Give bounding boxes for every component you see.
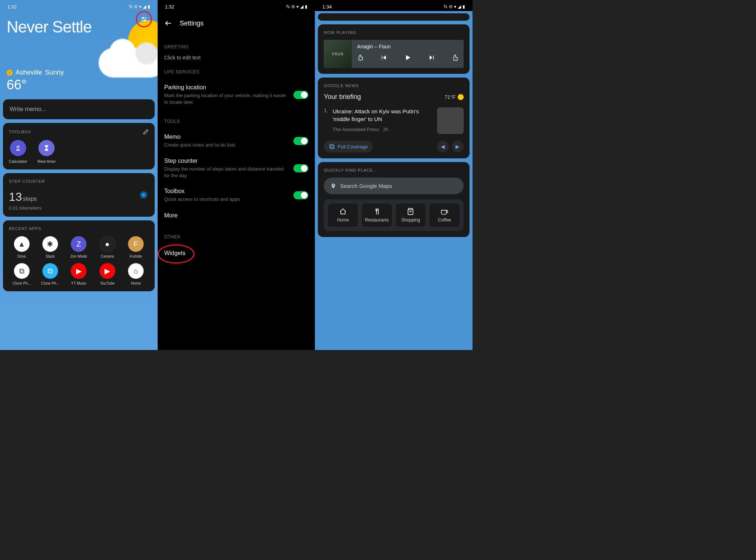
album-art[interactable]: FAUN: [324, 40, 352, 68]
status-bar: 1:32 ℕ ⊖ ▾ ◢ ▮: [158, 0, 315, 11]
app-item[interactable]: FFortnite: [123, 236, 148, 258]
toggle-memo[interactable]: [293, 137, 308, 145]
svg-rect-15: [331, 145, 334, 149]
prev-button[interactable]: [381, 54, 387, 61]
back-button[interactable]: [164, 19, 172, 27]
news-label: GOOGLE NEWS: [324, 83, 464, 88]
row-parking[interactable]: Parking location Mark the parking locati…: [158, 80, 315, 110]
app-icon: ⧉: [42, 263, 58, 279]
greeting-edit-row[interactable]: Click to edit text: [158, 55, 315, 61]
tool-calculator[interactable]: Calculator: [9, 140, 27, 164]
battery-icon: ▮: [305, 4, 307, 9]
status-icons: ℕ ⊖ ▾ ◢ ▮: [444, 4, 465, 9]
row-title: Toolbox: [164, 188, 289, 195]
tool-label: New timer: [38, 159, 56, 164]
thumbs-down-button[interactable]: [357, 54, 364, 61]
battery-icon: ▮: [148, 4, 150, 9]
row-title: Widgets: [164, 250, 186, 257]
status-time: 1:32: [7, 4, 17, 10]
row-title: Parking location: [164, 84, 289, 91]
thumbs-up-button[interactable]: [452, 54, 458, 61]
app-icon: ●: [99, 236, 116, 252]
step-counter-card[interactable]: STEP COUNTER 13steps 0.01 kilometers: [3, 173, 155, 217]
memo-input[interactable]: Write memo...: [3, 99, 155, 119]
app-item[interactable]: ZZen Mode: [66, 236, 92, 258]
hourglass-icon: [38, 140, 55, 156]
shopping-icon: [407, 208, 414, 215]
weather-condition: Sunny: [45, 69, 64, 76]
svg-rect-14: [330, 144, 333, 148]
place-shopping-button[interactable]: Shopping: [395, 203, 426, 227]
tool-timer[interactable]: New timer: [38, 140, 56, 164]
row-desc: Create quick notes and to-do lists: [164, 142, 289, 148]
status-time: 1:34: [322, 4, 331, 10]
toggle-toolbox[interactable]: [293, 191, 308, 199]
app-item[interactable]: ✱Slack: [37, 236, 63, 258]
status-bar: 1:34 ℕ ⊖ ▾ ◢ ▮: [315, 0, 472, 11]
place-restaurants-button[interactable]: Restaurants: [361, 203, 392, 227]
app-label: Camera: [101, 254, 114, 258]
dnd-icon: ⊖: [134, 4, 138, 9]
dnd-icon: ⊖: [449, 4, 453, 9]
app-item[interactable]: ●Camera: [94, 236, 120, 258]
place-label: Home: [337, 217, 349, 223]
section-other: OTHER: [158, 226, 315, 245]
next-button[interactable]: [428, 54, 435, 61]
svg-point-3: [144, 20, 145, 21]
svg-marker-9: [383, 55, 386, 60]
place-coffee-button[interactable]: Coffee: [429, 203, 460, 227]
app-label: YouTube: [100, 281, 114, 285]
row-widgets[interactable]: Widgets: [158, 245, 315, 263]
news-thumbnail: [437, 107, 464, 134]
shelf-screen: 1:32 ℕ ⊖ ▾ ◢ ▮ Never Settle ! Asheville …: [0, 0, 158, 350]
signal-icon: ◢: [458, 4, 461, 9]
svg-point-1: [142, 17, 143, 18]
edit-icon[interactable]: [143, 129, 149, 135]
row-toolbox[interactable]: Toolbox Quick access to shortcuts and ap…: [158, 183, 315, 207]
weather-temp: 66°: [7, 77, 151, 93]
nfc-icon: ℕ: [444, 4, 447, 9]
news-item[interactable]: 1. Ukraine: Attack on Kyiv was Putin's '…: [324, 107, 464, 134]
app-item[interactable]: ⌂Home: [123, 263, 148, 285]
app-item[interactable]: ⧉Clone Ph...: [9, 263, 34, 285]
news-prev-button[interactable]: ◀: [437, 141, 449, 152]
place-home-button[interactable]: Home: [327, 203, 358, 227]
toolbox-title: TOOLBOX: [9, 130, 31, 134]
toggle-parking[interactable]: [293, 91, 308, 99]
row-step-counter[interactable]: Step counter Display the number of steps…: [158, 153, 315, 183]
news-number: 1.: [324, 107, 328, 134]
app-label: Clone Ph...: [13, 281, 31, 285]
step-map-graphic: [140, 191, 147, 199]
maps-search-input[interactable]: Search Google Maps: [324, 178, 464, 194]
row-memo[interactable]: Memo Create quick notes and to-do lists: [158, 129, 315, 153]
cloud-graphic: [99, 48, 158, 78]
restaurant-icon: [373, 208, 381, 215]
app-item[interactable]: ▶YouTube: [94, 263, 120, 285]
map-pin-icon: [330, 183, 336, 189]
play-button[interactable]: [404, 54, 412, 61]
app-icon: ▶: [71, 263, 87, 279]
home-icon: [339, 208, 347, 215]
full-coverage-button[interactable]: Full Coverage: [324, 141, 373, 152]
app-item[interactable]: ▶YT Music: [66, 263, 92, 285]
now-playing-label: NOW PLAYING: [324, 30, 464, 35]
wifi-icon: ▾: [296, 4, 299, 9]
app-item[interactable]: ▲Drive: [9, 236, 34, 258]
app-icon: ✱: [42, 236, 58, 252]
battery-icon: ▮: [463, 4, 465, 9]
status-time: 1:32: [165, 4, 174, 10]
app-label: Drive: [17, 254, 26, 258]
news-next-button[interactable]: ▶: [452, 141, 464, 152]
row-title: Memo: [164, 134, 289, 140]
settings-tune-button[interactable]: [136, 11, 152, 27]
briefing-title: Your briefing: [324, 93, 361, 101]
toggle-step[interactable]: [293, 164, 308, 172]
discover-screen: 1:34 ℕ ⊖ ▾ ◢ ▮ NOW PLAYING FAUN Anagin –…: [315, 0, 472, 350]
status-bar: 1:32 ℕ ⊖ ▾ ◢ ▮: [0, 0, 158, 11]
row-more[interactable]: More: [158, 207, 315, 226]
find-place-card: QUICKLY FIND PLACE... Search Google Maps…: [318, 162, 470, 237]
app-icon: ⌂: [128, 263, 144, 279]
app-item[interactable]: ⧉Clone Ph...: [37, 263, 63, 285]
app-icon: Z: [71, 236, 87, 252]
briefing-weather[interactable]: 71°F: [444, 94, 464, 100]
